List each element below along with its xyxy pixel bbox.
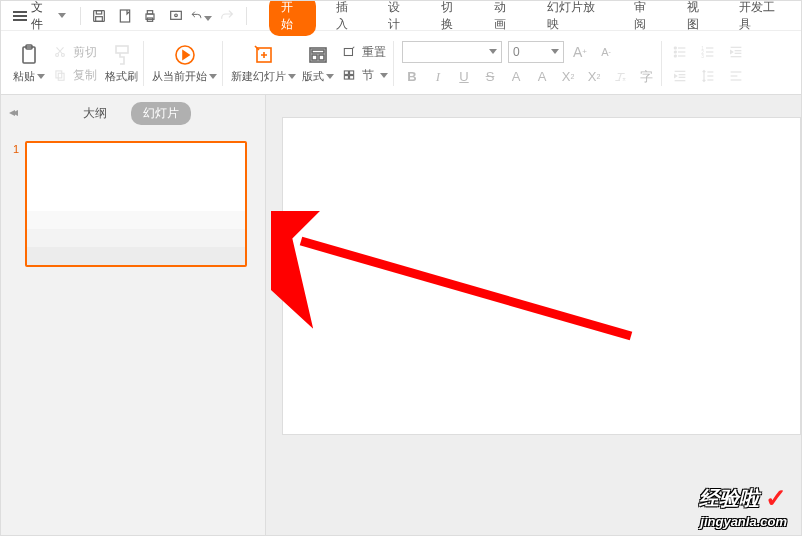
svg-rect-5 [148,10,153,13]
layout-label: 版式 [302,69,324,84]
slide-number: 1 [9,143,19,155]
font-size-value: 0 [513,45,520,59]
italic-button[interactable]: I [428,67,448,87]
svg-rect-15 [116,46,128,53]
svg-rect-2 [96,16,103,21]
svg-point-8 [174,14,177,17]
preview-icon[interactable] [165,5,186,27]
tab-review[interactable]: 审阅 [624,0,667,37]
section-button[interactable]: 节 [342,67,388,84]
watermark-text-2: jingyanla.com [699,514,787,529]
watermark-text-1: 经验啦 [699,485,759,512]
tab-view[interactable]: 视图 [677,0,720,37]
title-bar: 文件 开始 插入 设计 切换 动画 幻灯片放映 审阅 视图 开发工具 [1,1,801,31]
svg-rect-7 [170,11,181,19]
checkmark-icon: ✓ [765,483,787,514]
from-current-button[interactable]: 从当前开始 [152,43,217,84]
ribbon-tabs: 开始 插入 设计 切换 动画 幻灯片放映 审阅 视图 开发工具 [269,0,795,37]
print-preview-icon[interactable] [114,5,135,27]
format-painter-button[interactable]: 格式刷 [105,43,138,84]
underline-button[interactable]: U [454,67,474,87]
workspace: ◂◂ 大纲 幻灯片 1 [1,95,801,535]
ribbon: 粘贴 剪切 复制 格式刷 从当前开始 新建幻灯片 [1,31,801,95]
svg-rect-1 [97,10,102,13]
chevron-down-icon [326,74,334,79]
svg-rect-21 [319,55,324,60]
line-spacing-button[interactable] [698,66,718,86]
increase-indent-button[interactable] [670,66,690,86]
subscript-button[interactable]: X2 [584,67,604,87]
chevron-down-icon [551,49,559,54]
undo-button[interactable] [190,5,212,27]
svg-rect-14 [58,73,64,80]
slides-group: 新建幻灯片 版式 重置 节 [225,35,394,92]
collapse-panel-button[interactable]: ◂◂ [9,105,15,119]
redo-button[interactable] [216,5,237,27]
tab-animation[interactable]: 动画 [484,0,527,37]
slide-thumb-row: 1 [9,141,257,267]
new-slide-label: 新建幻灯片 [231,69,286,84]
svg-point-29 [674,51,676,53]
print-icon[interactable] [139,5,160,27]
paragraph-group: 123 [664,35,752,92]
superscript-button[interactable]: X2 [558,67,578,87]
copy-button[interactable]: 复制 [53,67,97,84]
slideshow-group: 从当前开始 [146,35,223,92]
bullets-button[interactable] [670,42,690,62]
tab-devtools[interactable]: 开发工具 [729,0,795,37]
tab-design[interactable]: 设计 [378,0,421,37]
clear-format-button[interactable] [610,67,630,87]
font-color-button[interactable]: A [506,67,526,87]
panel-tab-outline[interactable]: 大纲 [75,103,115,124]
svg-rect-3 [120,10,129,22]
bold-button[interactable]: B [402,67,422,87]
increase-font-button[interactable]: A+ [570,42,590,62]
clipboard-group: 粘贴 剪切 复制 格式刷 [7,35,144,92]
paste-button[interactable]: 粘贴 [13,43,45,84]
svg-rect-20 [312,55,317,60]
decrease-indent-button[interactable] [726,42,746,62]
numbering-button[interactable]: 123 [698,42,718,62]
section-label: 节 [362,67,374,84]
font-family-select[interactable] [402,41,502,63]
svg-text:3: 3 [701,54,704,59]
paste-label: 粘贴 [13,69,35,84]
tab-transition[interactable]: 切换 [431,0,474,37]
copy-label: 复制 [73,67,97,84]
separator [246,7,247,25]
align-button[interactable] [726,66,746,86]
watermark: 经验啦 ✓ jingyanla.com [699,483,787,529]
slide-canvas[interactable] [282,117,801,435]
chevron-down-icon [209,74,217,79]
from-current-label: 从当前开始 [152,69,207,84]
tab-start[interactable]: 开始 [269,0,316,36]
strikethrough-button[interactable]: S [480,67,500,87]
cut-label: 剪切 [73,44,97,61]
file-menu-label: 文件 [31,0,54,33]
save-icon[interactable] [89,5,110,27]
layout-button[interactable]: 版式 [302,43,334,84]
reset-button[interactable]: 重置 [342,44,388,61]
svg-rect-22 [344,49,352,56]
tab-insert[interactable]: 插入 [326,0,369,37]
chevron-down-icon [204,16,212,21]
highlight-button[interactable]: A [532,67,552,87]
phonetic-button[interactable]: 字 [636,67,656,87]
svg-rect-13 [56,71,62,78]
tab-slideshow[interactable]: 幻灯片放映 [537,0,614,37]
cut-button[interactable]: 剪切 [53,44,97,61]
new-slide-button[interactable]: 新建幻灯片 [231,43,296,84]
svg-rect-24 [344,76,348,80]
chevron-down-icon [288,74,296,79]
file-menu-button[interactable]: 文件 [7,0,72,35]
svg-point-27 [674,47,676,49]
panel-tabs: ◂◂ 大纲 幻灯片 [1,95,265,131]
chevron-down-icon [37,74,45,79]
font-size-select[interactable]: 0 [508,41,564,63]
decrease-font-button[interactable]: A- [596,42,616,62]
slide-thumbnail-1[interactable] [25,141,247,267]
chevron-down-icon [58,13,66,18]
font-group: 0 A+ A- B I U S A A X2 X2 字 [396,35,662,92]
panel-tab-slides[interactable]: 幻灯片 [131,102,191,125]
svg-rect-26 [350,76,354,80]
